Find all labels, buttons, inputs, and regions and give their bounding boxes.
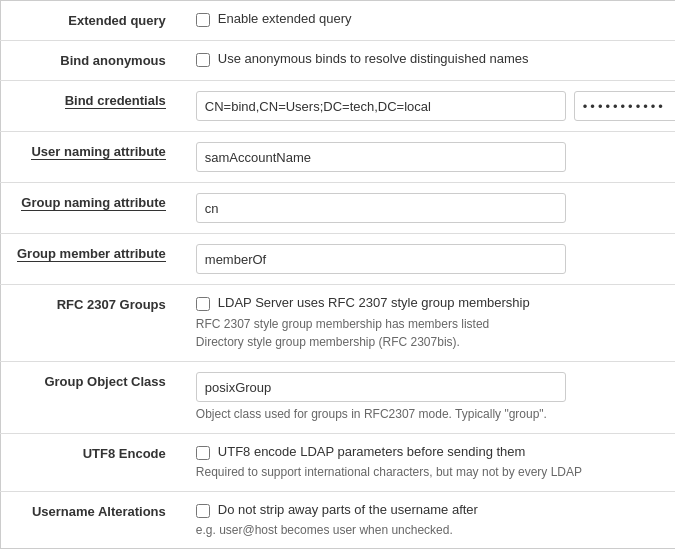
bind-credentials-label: Bind credentials — [1, 81, 182, 132]
utf8-encode-checkbox[interactable] — [196, 446, 210, 460]
bind-credentials-password[interactable] — [574, 91, 675, 121]
group-object-class-label: Group Object Class — [1, 362, 182, 434]
bind-credentials-row: Bind credentials — [1, 81, 676, 132]
group-object-class-description: Object class used for groups in RFC2307 … — [196, 406, 675, 423]
group-naming-input[interactable] — [196, 193, 566, 223]
utf8-encode-checkbox-row: UTF8 encode LDAP parameters before sendi… — [196, 444, 675, 460]
username-alterations-row: Username Alterations Do not strip away p… — [1, 491, 676, 549]
bind-anonymous-value-cell: Use anonymous binds to resolve distingui… — [182, 41, 675, 81]
rfc-2307-checkbox[interactable] — [196, 297, 210, 311]
group-member-input[interactable] — [196, 244, 566, 274]
rfc-2307-description: RFC 2307 style group membership has memb… — [196, 315, 675, 351]
user-naming-input[interactable] — [196, 142, 566, 172]
username-alterations-checkbox-label[interactable]: Do not strip away parts of the username … — [218, 502, 478, 517]
bind-anonymous-checkbox-label[interactable]: Use anonymous binds to resolve distingui… — [218, 51, 529, 66]
group-object-class-value-cell: Object class used for groups in RFC2307 … — [182, 362, 675, 434]
extended-query-checkbox[interactable] — [196, 13, 210, 27]
user-naming-label: User naming attribute — [1, 132, 182, 183]
group-naming-value-cell — [182, 183, 675, 234]
rfc-2307-row: RFC 2307 Groups LDAP Server uses RFC 230… — [1, 285, 676, 362]
extended-query-row: Extended query Enable extended query — [1, 1, 676, 41]
username-alterations-checkbox-row: Do not strip away parts of the username … — [196, 502, 675, 518]
group-member-row: Group member attribute — [1, 234, 676, 285]
group-member-label: Group member attribute — [1, 234, 182, 285]
utf8-encode-value-cell: UTF8 encode LDAP parameters before sendi… — [182, 433, 675, 491]
bind-credentials-input[interactable] — [196, 91, 566, 121]
group-member-value-cell — [182, 234, 675, 285]
group-naming-label: Group naming attribute — [1, 183, 182, 234]
group-object-class-row: Group Object Class Object class used for… — [1, 362, 676, 434]
utf8-encode-checkbox-label[interactable]: UTF8 encode LDAP parameters before sendi… — [218, 444, 526, 459]
username-alterations-label: Username Alterations — [1, 491, 182, 549]
extended-query-label: Extended query — [1, 1, 182, 41]
bind-anonymous-label: Bind anonymous — [1, 41, 182, 81]
group-object-class-input[interactable] — [196, 372, 566, 402]
ldap-settings-table: Extended query Enable extended query Bin… — [0, 0, 675, 549]
bind-anonymous-row: Bind anonymous Use anonymous binds to re… — [1, 41, 676, 81]
username-alterations-checkbox[interactable] — [196, 504, 210, 518]
user-naming-value-cell — [182, 132, 675, 183]
user-naming-row: User naming attribute — [1, 132, 676, 183]
utf8-encode-row: UTF8 Encode UTF8 encode LDAP parameters … — [1, 433, 676, 491]
extended-query-checkbox-label[interactable]: Enable extended query — [218, 11, 352, 26]
username-alterations-value-cell: Do not strip away parts of the username … — [182, 491, 675, 549]
utf8-encode-description: Required to support international charac… — [196, 464, 675, 481]
rfc-2307-checkbox-label[interactable]: LDAP Server uses RFC 2307 style group me… — [218, 295, 530, 310]
username-alterations-description: e.g. user@host becomes user when uncheck… — [196, 522, 675, 539]
rfc-2307-value-cell: LDAP Server uses RFC 2307 style group me… — [182, 285, 675, 362]
utf8-encode-label: UTF8 Encode — [1, 433, 182, 491]
group-naming-row: Group naming attribute — [1, 183, 676, 234]
bind-anonymous-checkbox[interactable] — [196, 53, 210, 67]
rfc-2307-checkbox-row: LDAP Server uses RFC 2307 style group me… — [196, 295, 675, 311]
extended-query-value-cell: Enable extended query — [182, 1, 675, 41]
bind-credentials-value-cell — [182, 81, 675, 132]
bind-credentials-input-row — [196, 91, 675, 121]
rfc-2307-label: RFC 2307 Groups — [1, 285, 182, 362]
bind-anonymous-checkbox-row: Use anonymous binds to resolve distingui… — [196, 51, 675, 67]
extended-query-checkbox-row: Enable extended query — [196, 11, 675, 27]
